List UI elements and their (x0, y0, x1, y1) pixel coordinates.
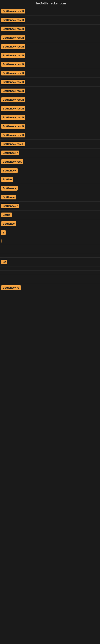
bottleneck-badge[interactable]: Bo (1, 260, 7, 264)
bottleneck-badge[interactable]: Bottleneck result (1, 26, 25, 31)
table-row: Bottleneck result (0, 86, 100, 96)
table-row (0, 249, 100, 253)
bottleneck-badge[interactable]: Bottlenec (1, 195, 16, 200)
table-row: Bottleneck result (0, 24, 100, 34)
table-row: Bottleneck result (0, 42, 100, 51)
table-row: B (0, 228, 100, 237)
rows-container: Bottleneck resultBottleneck resultBottle… (0, 7, 100, 292)
table-row: Bottlenec (0, 193, 100, 202)
table-row: | (0, 237, 100, 245)
table-row: Bottleneck resul (0, 140, 100, 148)
table-row (0, 266, 100, 271)
bottleneck-badge[interactable]: Bottleneck re (1, 285, 21, 290)
table-row: Bottlenec (0, 219, 100, 228)
table-row: Bottleneck result (0, 34, 100, 42)
bottleneck-badge[interactable]: Bottleneck result (1, 106, 25, 111)
bottleneck-badge[interactable]: Bottleneck r (1, 204, 19, 208)
site-title: TheBottlenecker.com (0, 0, 100, 7)
bottleneck-badge[interactable]: Bottleneck result (1, 62, 25, 66)
table-row: Bottleneck resu (0, 158, 100, 166)
table-row: Bottleneck result (0, 131, 100, 140)
table-row: Bottleneck (0, 166, 100, 175)
table-row: Bottleneck result (0, 69, 100, 78)
bottleneck-badge[interactable]: Bottleneck resu (1, 160, 23, 164)
table-row: Bo (0, 258, 100, 266)
table-row (0, 275, 100, 279)
table-row: Bottleneck result (0, 16, 100, 24)
table-row: Bottleneck result (0, 60, 100, 69)
table-row (0, 271, 100, 275)
bottleneck-badge[interactable]: Bottleneck result (1, 133, 25, 138)
table-row: Bottlen (0, 175, 100, 184)
bottleneck-badge[interactable]: Bottleneck result (1, 124, 25, 128)
table-row: Bottleneck r (0, 148, 100, 158)
bottleneck-badge[interactable]: Bottleneck result (1, 9, 25, 14)
table-row (0, 245, 100, 249)
site-title-container: TheBottlenecker.com (0, 0, 100, 7)
bottleneck-badge[interactable]: Bottle (1, 212, 12, 217)
bottleneck-badge[interactable]: Bottleneck result (1, 53, 25, 58)
table-row: Bottleneck result (0, 96, 100, 104)
bottleneck-badge[interactable]: Bottleneck result (1, 115, 25, 120)
bottleneck-badge[interactable]: Bottleneck result (1, 71, 25, 76)
bottleneck-badge[interactable]: Bottleneck r (1, 150, 19, 155)
table-row: Bottleneck (0, 184, 100, 193)
bottleneck-badge[interactable]: Bottleneck result (1, 44, 25, 49)
bottleneck-badge[interactable]: Bottleneck result (1, 98, 25, 102)
bottleneck-badge[interactable]: Bottlen (1, 177, 13, 182)
table-row (0, 253, 100, 258)
table-row: Bottleneck result (0, 7, 100, 16)
bottleneck-badge[interactable]: Bottleneck result (1, 18, 25, 22)
bottleneck-badge[interactable]: Bottleneck result (1, 88, 25, 93)
table-row: Bottleneck result (0, 104, 100, 113)
table-row: Bottleneck result (0, 122, 100, 131)
table-row: Bottleneck r (0, 202, 100, 210)
bottleneck-badge[interactable]: Bottleneck (1, 186, 18, 190)
table-row: Bottleneck re (0, 283, 100, 292)
bottleneck-badge[interactable]: Bottleneck (1, 168, 18, 173)
table-row (0, 279, 100, 283)
bottleneck-badge[interactable]: Bottlenec (1, 222, 16, 226)
bottleneck-badge[interactable]: Bottleneck resul (1, 142, 25, 146)
table-row: Bottleneck result (0, 51, 100, 60)
table-row: Bottleneck result (0, 113, 100, 122)
bottleneck-badge[interactable]: Bottleneck result (1, 36, 25, 40)
bottleneck-badge[interactable]: B (1, 230, 6, 235)
table-row: Bottle (0, 210, 100, 219)
cursor-indicator: | (1, 239, 2, 243)
bottleneck-badge[interactable]: Bottleneck result (1, 80, 25, 84)
table-row: Bottleneck result (0, 78, 100, 86)
